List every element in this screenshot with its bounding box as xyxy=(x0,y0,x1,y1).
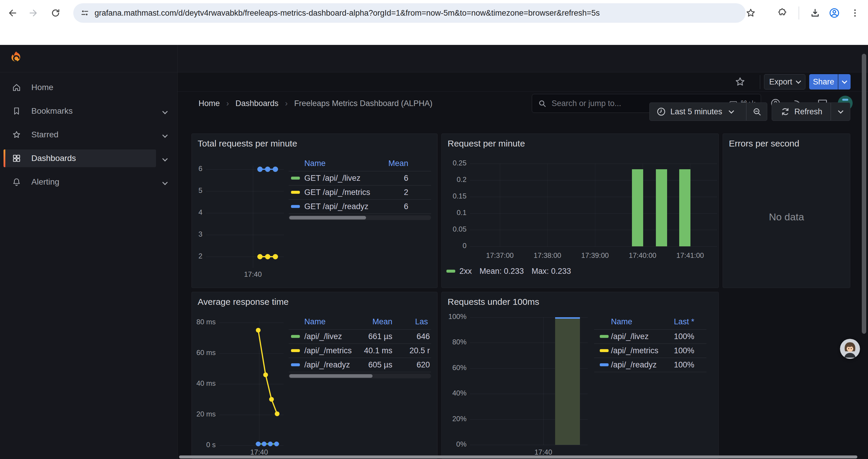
legend-cell: 100% xyxy=(594,329,694,343)
y-axis-tick: 40% xyxy=(442,389,466,397)
legend-row[interactable]: /api/_/livez661 µs646 xyxy=(289,329,431,343)
legend-cell: 6 xyxy=(289,199,408,214)
y-axis-tick: 0.2 xyxy=(442,175,466,184)
horizontal-scrollbar[interactable] xyxy=(179,455,857,458)
y-axis-tick: 0% xyxy=(442,440,466,448)
y-axis-tick: 3 xyxy=(192,230,203,238)
actions-divider xyxy=(760,75,760,89)
gridline xyxy=(206,213,284,213)
bar[interactable] xyxy=(555,319,580,445)
x-axis-tick: 17:39:00 xyxy=(571,251,619,260)
series-point xyxy=(262,441,267,446)
y-axis-tick: 0.25 xyxy=(442,159,466,167)
breadcrumb: Home › Dashboards › Freeleaps Metrics Da… xyxy=(198,90,433,117)
nav-sidebar: Home Bookmarks Starred Dashboards Alerti… xyxy=(0,72,177,459)
chevron-down-icon xyxy=(842,78,847,84)
series-point xyxy=(265,254,270,259)
legend-cell: 6 xyxy=(289,171,408,185)
sidebar-item-bookmarks[interactable]: Bookmarks xyxy=(4,102,156,120)
gridline xyxy=(470,445,588,445)
browser-reload-icon[interactable] xyxy=(50,8,61,18)
dashboards-icon xyxy=(12,154,21,163)
legend-row[interactable]: /api/_/livez100% xyxy=(594,329,706,343)
expand-chevron-icon[interactable] xyxy=(163,109,167,114)
legend-table: NameMeanGET /api/_/livez6GET /api/_/metr… xyxy=(289,159,431,222)
legend-scrollbar-thumb[interactable] xyxy=(289,374,373,378)
legend-column-header: Mean xyxy=(289,159,408,168)
legend-row[interactable]: GET /api/_/readyz6 xyxy=(289,199,431,214)
refresh-button[interactable]: Refresh xyxy=(772,102,831,121)
address-bar[interactable]: grafana.mathmast.com/d/deytv4rwavabkb/fr… xyxy=(73,3,746,23)
clock-icon xyxy=(656,107,666,117)
average-response-time-chart: 80 ms60 ms40 ms20 ms0 s17:40NameMeanLas/… xyxy=(192,292,437,459)
bar[interactable] xyxy=(632,169,643,246)
breadcrumb-home[interactable]: Home xyxy=(198,99,220,108)
y-axis-tick: 0.15 xyxy=(442,192,466,200)
zoom-out-button[interactable] xyxy=(746,102,767,121)
expand-chevron-icon[interactable] xyxy=(163,157,167,162)
breadcrumb-current: Freeleaps Metrics Dashboard (ALPHA) xyxy=(294,99,433,108)
legend-column-header: Mean xyxy=(289,317,392,326)
sidebar-item-alerting[interactable]: Alerting xyxy=(4,173,156,191)
legend-column-header: Las xyxy=(415,317,428,326)
share-caret-button[interactable] xyxy=(838,74,850,90)
star-dashboard-icon[interactable] xyxy=(735,76,746,88)
expand-chevron-icon[interactable] xyxy=(163,180,167,186)
y-axis-tick: 80% xyxy=(442,338,466,346)
legend-mean-label: Mean: 0.233 xyxy=(479,267,524,276)
legend-row[interactable]: /api/_/readyz605 µs620 xyxy=(289,358,431,372)
share-button[interactable]: Share xyxy=(809,74,838,90)
assistant-avatar[interactable] xyxy=(840,339,860,359)
legend-row[interactable]: GET /api/_/metrics2 xyxy=(289,185,431,199)
legend-series-label: 2xx xyxy=(459,267,472,276)
legend-row[interactable]: /api/_/metrics40.1 ms20.5 r xyxy=(289,343,431,358)
sidebar-item-starred[interactable]: Starred xyxy=(4,126,156,143)
sidebar-item-home[interactable]: Home xyxy=(4,78,156,96)
series-point xyxy=(268,441,273,446)
site-settings-icon[interactable] xyxy=(80,8,90,18)
vertical-scrollbar[interactable] xyxy=(862,54,866,334)
total-requests-chart: 6543217:40NameMeanGET /api/_/livez6GET /… xyxy=(192,134,437,288)
browser-menu-icon[interactable] xyxy=(850,8,860,18)
legend-row[interactable]: /api/_/metrics100% xyxy=(594,343,706,358)
gridline xyxy=(206,235,284,235)
series-point xyxy=(257,254,262,259)
expand-chevron-icon[interactable] xyxy=(163,133,167,138)
legend-row[interactable]: /api/_/readyz100% xyxy=(594,358,706,372)
grafana-logo[interactable] xyxy=(9,51,23,66)
chevron-down-icon xyxy=(796,78,801,84)
browser-toolbar: grafana.mathmast.com/d/deytv4rwavabkb/fr… xyxy=(0,0,868,26)
series-point xyxy=(256,328,260,333)
legend-cell: 100% xyxy=(594,343,694,358)
home-icon xyxy=(12,83,21,92)
export-button[interactable]: Export xyxy=(764,74,805,90)
url-text: grafana.mathmast.com/d/deytv4rwavabkb/fr… xyxy=(95,8,600,18)
breadcrumb-dashboards[interactable]: Dashboards xyxy=(236,99,279,108)
legend-swatch xyxy=(446,270,455,273)
legend-scrollbar-thumb[interactable] xyxy=(289,216,366,220)
y-axis-tick: 4 xyxy=(192,208,203,217)
browser-forward-icon[interactable] xyxy=(28,8,39,18)
refresh-interval-caret[interactable] xyxy=(831,102,850,121)
legend-row[interactable]: GET /api/_/livez6 xyxy=(289,171,431,185)
y-axis-tick: 0.1 xyxy=(442,208,466,217)
legend-cell: 620 xyxy=(289,358,430,372)
legend-cell: 2 xyxy=(289,185,408,199)
sidebar-item-dashboards[interactable]: Dashboards xyxy=(4,150,156,167)
browser-back-icon[interactable] xyxy=(7,8,18,18)
extensions-icon[interactable] xyxy=(776,8,787,18)
gridline xyxy=(206,191,284,191)
bar[interactable] xyxy=(656,169,667,246)
legend-cell: 646 xyxy=(289,329,430,343)
bar[interactable] xyxy=(679,169,690,246)
profile-icon[interactable] xyxy=(829,7,840,19)
toolbar-divider xyxy=(799,6,799,20)
panel-title[interactable]: Errors per second xyxy=(729,138,799,149)
gridline xyxy=(595,164,595,247)
y-axis-tick: 0 xyxy=(442,241,466,250)
chart-legend[interactable]: 2xx Mean: 0.233 Max: 0.233 xyxy=(446,267,571,275)
bookmark-star-icon[interactable] xyxy=(745,8,756,18)
series-point xyxy=(265,167,270,172)
time-range-picker[interactable]: Last 5 minutes xyxy=(649,102,746,121)
download-icon[interactable] xyxy=(810,8,820,18)
